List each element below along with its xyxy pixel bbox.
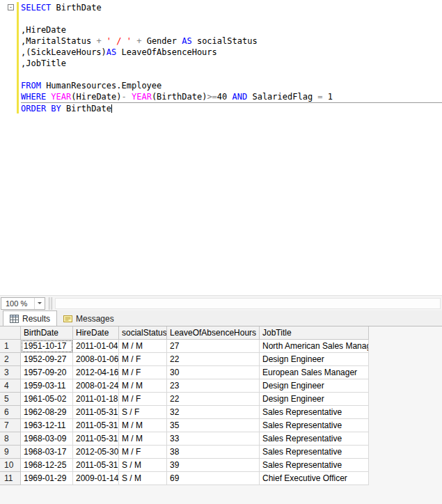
- code-line[interactable]: ORDER BY BirthDate: [21, 102, 442, 113]
- grid-cell[interactable]: 1969-01-29: [21, 472, 73, 485]
- grid-cell[interactable]: Sales Representative: [260, 406, 369, 419]
- grid-cell[interactable]: S / M: [119, 472, 167, 485]
- grid-cell[interactable]: Design Engineer: [260, 393, 369, 406]
- grid-cell[interactable]: 1968-12-25: [21, 459, 73, 472]
- zoom-control[interactable]: 100 %: [1, 297, 45, 310]
- code-line[interactable]: [21, 13, 442, 24]
- tab-results[interactable]: Results: [3, 310, 57, 326]
- grid-cell[interactable]: M / F: [119, 353, 167, 366]
- editor-line[interactable]: ,MaritalStatus + ' / ' + Gender AS socia…: [0, 36, 442, 47]
- grid-cell[interactable]: 2008-01-06: [73, 353, 119, 366]
- grid-cell[interactable]: Sales Representative: [260, 459, 369, 472]
- grid-row-number[interactable]: 10: [0, 459, 21, 472]
- code-line[interactable]: ,(SickLeaveHours)AS LeaveOfAbsenceHours: [21, 47, 442, 58]
- horizontal-scrollbar[interactable]: [55, 298, 441, 309]
- grid-row-number[interactable]: 11: [0, 472, 21, 485]
- grid-cell[interactable]: 2011-01-18: [73, 393, 119, 406]
- code-line[interactable]: ,HireDate: [21, 24, 442, 36]
- grid-cell[interactable]: Design Engineer: [260, 379, 369, 393]
- grid-cell[interactable]: 1961-05-02: [21, 393, 73, 406]
- grid-cell[interactable]: 35: [167, 419, 260, 432]
- chevron-down-icon[interactable]: [34, 298, 45, 309]
- grid-cell[interactable]: 1963-12-11: [21, 419, 73, 432]
- grid-cell[interactable]: M / M: [119, 340, 167, 353]
- grid-cell[interactable]: 69: [167, 472, 260, 485]
- grid-cell[interactable]: 2009-01-14: [73, 472, 119, 485]
- grid-row-number[interactable]: 9: [0, 446, 21, 459]
- grid-cell[interactable]: 38: [167, 446, 260, 459]
- grid-cell[interactable]: S / F: [119, 406, 167, 419]
- grid-cell[interactable]: 22: [167, 353, 260, 366]
- grid-cell[interactable]: 2011-05-31: [73, 432, 119, 446]
- editor-line[interactable]: -SELECT BirthDate: [0, 2, 442, 13]
- grid-cell[interactable]: 2011-01-04: [73, 340, 119, 353]
- grid-cell[interactable]: 1968-03-09: [21, 432, 73, 446]
- grid-column-header[interactable]: HireDate: [73, 326, 119, 340]
- grid-cell[interactable]: European Sales Manager: [260, 366, 369, 379]
- grid-row-number[interactable]: 8: [0, 432, 21, 446]
- grid-column-header[interactable]: socialStatus: [119, 326, 167, 340]
- grid-cell[interactable]: 1968-03-17: [21, 446, 73, 459]
- grid-cell[interactable]: 27: [167, 340, 260, 353]
- editor-line[interactable]: [0, 69, 442, 80]
- grid-row-number[interactable]: 3: [0, 366, 21, 379]
- editor-line[interactable]: ,(SickLeaveHours)AS LeaveOfAbsenceHours: [0, 47, 442, 58]
- grid-row-number[interactable]: 1: [0, 340, 21, 353]
- code-line[interactable]: WHERE YEAR(HireDate)- YEAR(BirthDate)>=4…: [21, 91, 442, 102]
- grid-corner-cell[interactable]: [0, 326, 21, 340]
- editor-lines[interactable]: -SELECT BirthDate,HireDate,MaritalStatus…: [0, 0, 442, 113]
- grid-cell[interactable]: Design Engineer: [260, 353, 369, 366]
- grid-cell[interactable]: 1951-10-17: [21, 340, 73, 353]
- grid-cell[interactable]: Sales Representative: [260, 419, 369, 432]
- grid-row-number[interactable]: 6: [0, 406, 21, 419]
- grid-row-number[interactable]: 7: [0, 419, 21, 432]
- grid-cell[interactable]: 1962-08-29: [21, 406, 73, 419]
- grid-cell[interactable]: 1957-09-20: [21, 366, 73, 379]
- editor-line[interactable]: [0, 13, 442, 24]
- grid-cell[interactable]: M / F: [119, 393, 167, 406]
- grid-cell[interactable]: 23: [167, 379, 260, 393]
- grid-row-number[interactable]: 2: [0, 353, 21, 366]
- grid-cell[interactable]: 33: [167, 432, 260, 446]
- editor-line[interactable]: ,JobTitle: [0, 58, 442, 69]
- grid-column-header[interactable]: JobTitle: [260, 326, 369, 340]
- grid-cell[interactable]: Chief Executive Officer: [260, 472, 369, 485]
- tab-messages[interactable]: Messages: [57, 312, 120, 326]
- grid-cell[interactable]: Sales Representative: [260, 432, 369, 446]
- grid-cell[interactable]: 2011-05-31: [73, 419, 119, 432]
- code-line[interactable]: SELECT BirthDate: [21, 2, 442, 13]
- grid-cell[interactable]: M / M: [119, 432, 167, 446]
- grid-cell[interactable]: 39: [167, 459, 260, 472]
- code-line[interactable]: ,JobTitle: [21, 58, 442, 69]
- editor-line[interactable]: ORDER BY BirthDate: [0, 102, 442, 113]
- grid-cell[interactable]: 2012-05-30: [73, 446, 119, 459]
- grid-cell[interactable]: 2011-05-31: [73, 459, 119, 472]
- grid-row-number[interactable]: 4: [0, 379, 21, 393]
- grid-cell[interactable]: S / M: [119, 459, 167, 472]
- grid-cell[interactable]: 2012-04-16: [73, 366, 119, 379]
- grid-column-header[interactable]: BirthDate: [21, 326, 73, 340]
- grid-cell[interactable]: M / F: [119, 446, 167, 459]
- grid-cell[interactable]: Sales Representative: [260, 446, 369, 459]
- grid-cell[interactable]: M / M: [119, 379, 167, 393]
- editor-line[interactable]: WHERE YEAR(HireDate)- YEAR(BirthDate)>=4…: [0, 91, 442, 102]
- grid-cell[interactable]: 1959-03-11: [21, 379, 73, 393]
- splitter-grip[interactable]: [49, 297, 52, 310]
- code-line[interactable]: FROM HumanResources.Employee: [21, 80, 442, 91]
- grid-cell[interactable]: 32: [167, 406, 260, 419]
- editor-line[interactable]: ,HireDate: [0, 24, 442, 36]
- grid-column-header[interactable]: LeaveOfAbsenceHours: [167, 326, 260, 340]
- grid-cell[interactable]: 1952-09-27: [21, 353, 73, 366]
- results-grid[interactable]: BirthDateHireDatesocialStatusLeaveOfAbse…: [0, 326, 442, 504]
- grid-cell[interactable]: 2008-01-24: [73, 379, 119, 393]
- grid-cell[interactable]: M / F: [119, 366, 167, 379]
- code-line[interactable]: ,MaritalStatus + ' / ' + Gender AS socia…: [21, 36, 442, 47]
- grid-cell[interactable]: 2011-05-31: [73, 406, 119, 419]
- sql-editor[interactable]: -SELECT BirthDate,HireDate,MaritalStatus…: [0, 0, 442, 295]
- code-line[interactable]: [21, 69, 442, 80]
- grid-cell[interactable]: North American Sales Manager: [260, 340, 369, 353]
- grid-row-number[interactable]: 5: [0, 393, 21, 406]
- grid-cell[interactable]: M / M: [119, 419, 167, 432]
- grid-cell[interactable]: 30: [167, 366, 260, 379]
- collapse-region-icon[interactable]: -: [8, 4, 14, 10]
